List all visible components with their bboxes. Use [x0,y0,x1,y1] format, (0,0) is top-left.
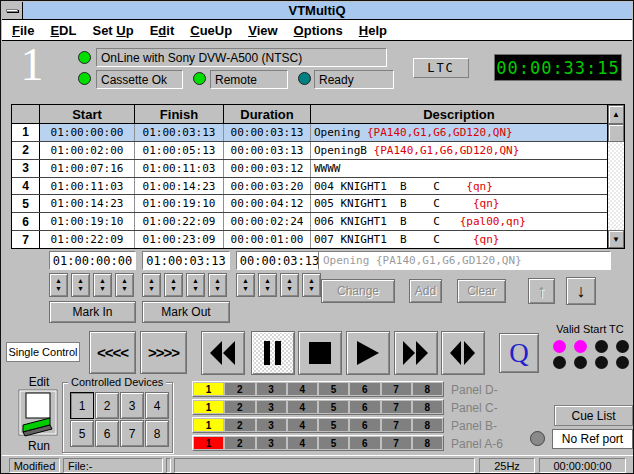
device-button-3[interactable]: 3 [120,392,144,419]
cue-q-button[interactable]: Q [499,333,539,373]
channel-cell-3[interactable]: 3 [257,383,286,395]
channel-cell-6[interactable]: 6 [350,401,379,413]
skip-back-button[interactable]: <<<< [89,331,136,374]
channel-cell-7[interactable]: 7 [382,401,411,413]
shuttle-button[interactable] [441,331,485,375]
edl-row-1[interactable]: 101:00:00:0001:00:03:1300:00:03:13Openin… [12,124,607,142]
scroll-up-icon[interactable]: ▲ [608,105,624,124]
timecode-spinner[interactable]: ▲▼ [142,273,161,297]
channel-cell-7[interactable]: 7 [382,437,411,449]
channel-cell-2[interactable]: 2 [225,437,254,449]
device-button-7[interactable]: 7 [120,420,144,447]
device-button-8[interactable]: 8 [145,420,169,447]
edl-row-4[interactable]: 401:00:11:0301:00:14:2300:00:03:20004 KN… [12,178,607,196]
edl-row-2[interactable]: 201:00:02:0001:00:05:1300:00:03:13Openin… [12,142,607,160]
scroll-track[interactable] [608,142,624,230]
channel-cell-8[interactable]: 8 [413,383,442,395]
channel-cell-1[interactable]: 1 [194,401,223,413]
mark-in-field[interactable]: 01:00:00:00 [49,251,136,270]
menu-item-help[interactable]: Help [351,23,395,38]
channel-cell-7[interactable]: 7 [382,383,411,395]
timecode-spinner[interactable]: ▲▼ [236,273,255,297]
duration-field[interactable]: 00:00:03:13 [236,251,323,270]
menu-item-set-up[interactable]: Set Up [84,23,141,38]
rewind-button[interactable] [201,331,245,375]
channel-cell-3[interactable]: 3 [257,401,286,413]
add-button[interactable]: Add [409,279,442,303]
menu-item-options[interactable]: Options [286,23,351,38]
mark-out-field[interactable]: 01:00:03:13 [142,251,230,270]
remote-led [193,72,206,85]
system-menu-button[interactable] [2,2,23,19]
timecode-spinner[interactable]: ▲▼ [186,273,205,297]
channel-cell-3[interactable]: 3 [257,437,286,449]
menu-item-file[interactable]: File [4,23,42,38]
title-bar[interactable]: VTMultiQ [2,2,632,20]
device-button-4[interactable]: 4 [145,392,169,419]
edl-row-6[interactable]: 601:00:19:1001:00:22:0900:00:02:24006 KN… [12,213,607,231]
edit-run-switch[interactable] [18,389,58,439]
channel-cell-6[interactable]: 6 [350,419,379,431]
edl-row-3[interactable]: 301:00:07:1601:00:11:0300:00:03:12WWWW [12,160,607,178]
channel-cell-2[interactable]: 2 [225,419,254,431]
menu-item-edit[interactable]: Edit [142,23,183,38]
cell-finish: 01:00:19:10 [135,195,224,212]
channel-cell-5[interactable]: 5 [319,383,348,395]
clear-button[interactable]: Clear [457,279,506,303]
change-button[interactable]: Change [321,279,395,303]
timecode-spinner[interactable]: ▲▼ [93,273,112,297]
stop-button[interactable] [298,331,342,375]
menu-item-cueup[interactable]: CueUp [182,23,240,38]
fast-forward-button[interactable] [394,331,438,375]
channel-cell-2[interactable]: 2 [225,383,254,395]
channel-cell-4[interactable]: 4 [288,419,317,431]
device-button-1[interactable]: 1 [70,392,94,419]
channel-cell-2[interactable]: 2 [225,401,254,413]
mark-in-button[interactable]: Mark In [49,301,136,323]
channel-cell-4[interactable]: 4 [288,383,317,395]
channel-cell-3[interactable]: 3 [257,419,286,431]
table-scrollbar[interactable]: ▲ ▼ [607,105,624,248]
menu-item-edl[interactable]: EDL [42,23,84,38]
edl-row-5[interactable]: 501:00:14:2301:00:19:1000:00:04:12005 KN… [12,195,607,213]
channel-cell-8[interactable]: 8 [413,401,442,413]
channel-cell-6[interactable]: 6 [350,437,379,449]
channel-cell-6[interactable]: 6 [350,383,379,395]
channel-cell-5[interactable]: 5 [319,419,348,431]
move-down-button[interactable]: ↓ [566,277,596,305]
timecode-spinner[interactable]: ▲▼ [280,273,299,297]
edl-row-7[interactable]: 701:00:22:0901:00:23:0900:00:01:00007 KN… [12,231,607,248]
ltc-button[interactable]: LTC [413,58,469,78]
channel-cell-7[interactable]: 7 [382,419,411,431]
channel-cell-5[interactable]: 5 [319,401,348,413]
play-button[interactable] [346,331,390,375]
description-field[interactable]: Opening {PA140,G1,G6,GD120,QN} [318,251,611,270]
channel-cell-8[interactable]: 8 [413,419,442,431]
menu-item-view[interactable]: View [240,23,285,38]
channel-cell-8[interactable]: 8 [413,437,442,449]
channel-cell-4[interactable]: 4 [288,401,317,413]
device-button-5[interactable]: 5 [70,420,94,447]
timecode-spinner[interactable]: ▲▼ [258,273,277,297]
device-button-2[interactable]: 2 [95,392,119,419]
pause-button[interactable] [251,331,295,375]
mark-out-button[interactable]: Mark Out [142,301,230,323]
channel-cell-1[interactable]: 1 [194,383,223,395]
timecode-spinner[interactable]: ▲▼ [302,273,321,297]
skip-forward-button[interactable]: >>>> [140,331,187,374]
timecode-spinner[interactable]: ▲▼ [49,273,68,297]
move-up-button[interactable]: ↑ [528,278,555,304]
channel-cell-1[interactable]: 1 [194,419,223,431]
timecode-spinner[interactable]: ▲▼ [71,273,90,297]
edit-mode-label: Edit [19,375,59,389]
scroll-down-icon[interactable]: ▼ [608,230,624,248]
scroll-thumb[interactable] [608,124,624,142]
channel-cell-5[interactable]: 5 [319,437,348,449]
timecode-spinner[interactable]: ▲▼ [115,273,134,297]
channel-cell-4[interactable]: 4 [288,437,317,449]
device-button-6[interactable]: 6 [95,420,119,447]
channel-cell-1[interactable]: 1 [194,437,223,449]
timecode-spinner[interactable]: ▲▼ [208,273,227,297]
timecode-spinner[interactable]: ▲▼ [164,273,183,297]
cue-list-button[interactable]: Cue List [554,405,633,426]
